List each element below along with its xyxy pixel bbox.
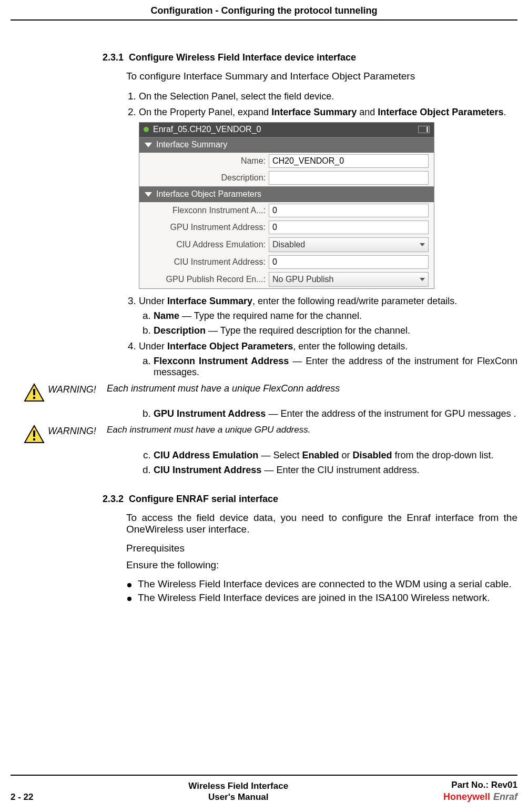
list-item: Flexconn Instrument Address — Enter the …	[154, 355, 517, 378]
gpu-publish-select[interactable]: No GPU Publish	[269, 272, 429, 287]
list-item: Description — Type the required descript…	[154, 325, 517, 336]
panel-collapse-icon[interactable]	[418, 126, 430, 133]
svg-rect-5	[33, 438, 35, 440]
page-number: 2 - 22	[11, 792, 33, 803]
list-item: The Wireless Field Interface devices are…	[126, 578, 517, 590]
section-title: Configure ENRAF serial interface	[129, 494, 278, 505]
running-header: Configuration - Configuring the protocol…	[11, 5, 517, 21]
list-item: Name — Type the required name for the ch…	[154, 310, 517, 322]
panel-titlebar: Enraf_05.CH20_VENDOR_0	[139, 123, 434, 137]
section-intro: To configure Interface Summary and Inter…	[126, 71, 517, 82]
ciu-emulation-select[interactable]: Disabled	[269, 237, 429, 252]
gpu-address-field[interactable]	[269, 220, 429, 234]
brand-enraf: Enraf	[493, 791, 517, 803]
list-item: GPU Instrument Address — Enter the addre…	[154, 408, 517, 419]
property-panel: Enraf_05.CH20_VENDOR_0 Interface Summary…	[139, 122, 434, 289]
warning-text: Each instrument must have a unique FlexC…	[107, 383, 471, 394]
name-field[interactable]	[269, 154, 429, 168]
chevron-down-icon	[145, 192, 152, 197]
paragraph: To access the field device data, you nee…	[126, 512, 517, 535]
chevron-down-icon	[420, 243, 425, 246]
section-title: Configure Wireless Field Interface devic…	[129, 52, 356, 63]
warning-icon	[24, 425, 45, 446]
list-item: On the Property Panel, expand Interface …	[139, 106, 517, 289]
description-label: Description:	[145, 173, 266, 183]
subheading: Prerequisites	[126, 543, 517, 554]
list-item: CIU Address Emulation — Select Enabled o…	[154, 449, 517, 461]
brand-honeywell: Honeywell	[443, 791, 490, 803]
warning-label: WARNING!	[48, 425, 107, 437]
doc-title: Wireless Field Interface	[188, 780, 288, 791]
part-number: Part No.: Rev01	[443, 780, 517, 790]
list-item: On the Selection Panel, select the field…	[139, 91, 517, 102]
gpu-publish-label: GPU Publish Record En...:	[145, 275, 266, 284]
status-dot-icon	[144, 127, 149, 132]
ciu-emulation-label: CIU Address Emulation:	[145, 240, 266, 249]
doc-subtitle: User's Manual	[188, 791, 288, 803]
list-item: Under Interface Summary, enter the follo…	[139, 295, 517, 336]
panel-title: Enraf_05.CH20_VENDOR_0	[153, 125, 261, 134]
list-item: CIU Instrument Address — Enter the CIU i…	[154, 464, 517, 476]
svg-rect-1	[33, 389, 35, 395]
interface-object-parameters-header[interactable]: Interface Object Parameters	[139, 186, 434, 202]
flexconn-address-label: Flexconn Instrument A...:	[145, 206, 266, 215]
ciu-address-label: CIU Instrument Address:	[145, 257, 266, 267]
chevron-down-icon	[145, 143, 152, 147]
name-label: Name:	[145, 156, 266, 166]
warning-icon	[24, 383, 45, 405]
gpu-address-label: GPU Instrument Address:	[145, 223, 266, 232]
ciu-address-field[interactable]	[269, 255, 429, 269]
section-number: 2.3.1	[103, 52, 124, 63]
svg-rect-2	[33, 397, 35, 399]
flexconn-address-field[interactable]	[269, 204, 429, 217]
section-number: 2.3.2	[103, 494, 124, 505]
list-item: Under Interface Object Parameters, enter…	[139, 340, 517, 378]
paragraph: Ensure the following:	[126, 559, 517, 571]
warning-text: Each instrument must have a unique GPU a…	[107, 425, 447, 435]
chevron-down-icon	[420, 278, 425, 281]
svg-rect-4	[33, 430, 35, 437]
interface-summary-header[interactable]: Interface Summary	[139, 137, 434, 153]
description-field[interactable]	[269, 171, 429, 185]
list-item: The Wireless Field Interface devices are…	[126, 592, 517, 604]
warning-label: WARNING!	[48, 383, 107, 395]
